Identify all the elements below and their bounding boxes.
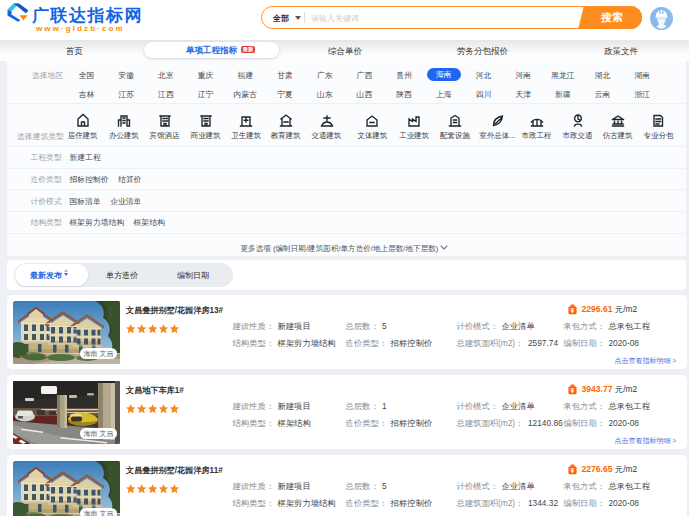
svg-text:¥: ¥ bbox=[571, 467, 575, 474]
svg-text:¥: ¥ bbox=[571, 387, 575, 394]
svg-text:¥: ¥ bbox=[571, 307, 575, 314]
